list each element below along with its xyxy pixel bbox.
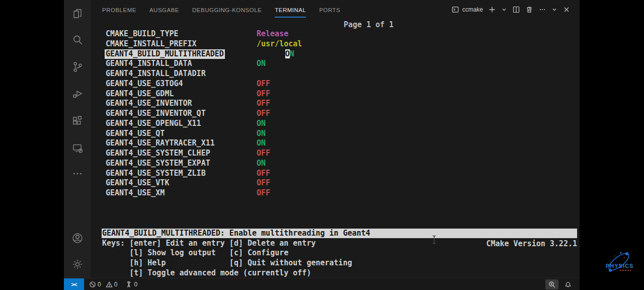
ccmake-page-indicator: Page 1 of 1: [344, 20, 393, 29]
var-value: /usr/local: [257, 39, 302, 48]
ccmake-var-row[interactable]: CMAKE_BUILD_TYPERelease: [106, 29, 302, 39]
new-terminal-icon[interactable]: [488, 6, 496, 14]
terminal-icon: [451, 6, 459, 14]
warnings-icon: [106, 281, 113, 288]
keys-line: Keys: [enter] Edit an entry [d] Delete a…: [102, 239, 352, 249]
panel-chevron-down-icon[interactable]: [551, 7, 557, 13]
tab-ausgabe[interactable]: AUSGABE: [149, 2, 179, 18]
ccmake-var-row[interactable]: GEANT4_USE_G3TOG4OFF: [106, 79, 302, 89]
run-debug-icon[interactable]: [71, 87, 84, 100]
screen: PROBLEME AUSGABE DEBUGGING-KONSOLE TERMI…: [0, 0, 644, 290]
extensions-icon[interactable]: [71, 114, 84, 127]
error-count: 0: [98, 281, 101, 288]
close-panel-icon[interactable]: [562, 6, 571, 14]
var-value: OFF: [257, 89, 270, 98]
bell-icon: [565, 281, 572, 288]
notifications-button[interactable]: [561, 279, 575, 289]
var-value: N: [290, 49, 294, 58]
ccmake-var-row[interactable]: GEANT4_INSTALL_DATADIR: [106, 69, 302, 79]
ccmake-var-row[interactable]: GEANT4_USE_VTKOFF: [106, 178, 302, 188]
ccmake-var-row[interactable]: GEANT4_USE_RAYTRACER_X11ON: [106, 138, 302, 149]
tab-terminal[interactable]: TERMINAL: [275, 2, 306, 18]
status-bar-left: >< 0 0 0: [64, 278, 137, 290]
status-bar-right: [545, 278, 580, 290]
var-value: Release: [257, 29, 288, 38]
vscode-window: PROBLEME AUSGABE DEBUGGING-KONSOLE TERMI…: [64, 0, 580, 290]
ccmake-var-row[interactable]: CMAKE_INSTALL_PREFIX/usr/local: [106, 39, 302, 49]
explorer-icon[interactable]: [71, 7, 84, 20]
var-value: OFF: [257, 149, 270, 158]
status-bar: >< 0 0 0: [64, 278, 580, 290]
keys-line: [h] Help [q] Quit without generating: [102, 258, 352, 268]
ports-icon: [125, 281, 132, 288]
keys-line: [t] Toggle advanced mode (currently off): [102, 268, 352, 278]
account-icon[interactable]: [71, 232, 84, 245]
more-icon[interactable]: [71, 167, 84, 180]
errors-icon: [89, 281, 96, 288]
var-value: ON: [257, 159, 266, 168]
terminal-panel: PROBLEME AUSGABE DEBUGGING-KONSOLE TERMI…: [91, 0, 580, 278]
keys-line: [l] Show log output [c] Configure: [102, 248, 352, 258]
ccmake-var-row[interactable]: GEANT4_USE_GDMLOFF: [106, 89, 302, 99]
tab-ports[interactable]: PORTS: [319, 2, 340, 18]
split-terminal-icon[interactable]: [512, 6, 520, 14]
tab-probleme[interactable]: PROBLEME: [102, 2, 136, 18]
tab-debugging-konsole[interactable]: DEBUGGING-KONSOLE: [192, 2, 262, 18]
letterbox-right: PHYSICS: [580, 0, 644, 290]
ccmake-var-row-selected[interactable]: GEANT4_BUILD_MULTITHREADED ON: [106, 49, 302, 59]
ccmake-help-line: GEANT4_BUILD_MULTITHREADED: Enable multi…: [102, 229, 577, 238]
var-value: OFF: [257, 79, 270, 88]
zoom-icon: [548, 281, 555, 288]
panel-tabs: PROBLEME AUSGABE DEBUGGING-KONSOLE TERMI…: [91, 2, 340, 18]
zoom-button[interactable]: [545, 279, 558, 289]
ccmake-var-row[interactable]: GEANT4_USE_INVENTOROFF: [106, 99, 302, 109]
ccmake-var-row[interactable]: GEANT4_USE_SYSTEM_ZLIBOFF: [106, 169, 302, 179]
remote-explorer-icon[interactable]: [71, 141, 84, 155]
var-value: ON: [257, 129, 266, 138]
physics-watermark: PHYSICS: [601, 250, 637, 279]
var-value: OFF: [257, 188, 270, 197]
watermark-subtext-marks: [620, 270, 631, 271]
remote-indicator[interactable]: ><: [64, 278, 84, 290]
panel-header: PROBLEME AUSGABE DEBUGGING-KONSOLE TERMI…: [91, 0, 580, 19]
ccmake-var-row[interactable]: GEANT4_USE_XMOFF: [106, 188, 302, 198]
ccmake-var-row[interactable]: GEANT4_USE_SYSTEM_CLHEPOFF: [106, 149, 302, 159]
var-value: OFF: [257, 99, 270, 108]
source-control-icon[interactable]: [71, 60, 84, 74]
ibeam-cursor-icon: [432, 235, 437, 244]
forwarded-ports-count: 0: [134, 281, 137, 288]
var-value: ON: [257, 119, 266, 128]
ccmake-variable-list: CMAKE_BUILD_TYPERelease CMAKE_INSTALL_PR…: [106, 29, 302, 198]
remote-icon: ><: [71, 281, 77, 287]
var-value: OFF: [257, 169, 270, 178]
var-value: OFF: [257, 109, 270, 118]
launch-profile-chevron-icon[interactable]: [501, 7, 507, 13]
cmake-version-label: CMake Version 3.22.1: [486, 239, 577, 248]
ccmake-var-row[interactable]: GEANT4_USE_SYSTEM_EXPATON: [106, 159, 302, 169]
panel-actions: ccmake: [451, 6, 580, 14]
ccmake-cursor: O: [285, 49, 290, 58]
activity-bar: [64, 0, 91, 278]
watermark-text: PHYSICS: [606, 263, 633, 269]
terminal-session-selector[interactable]: ccmake: [451, 6, 483, 14]
warning-count: 0: [114, 281, 118, 288]
var-value: ON: [257, 59, 266, 68]
ports-indicator[interactable]: 0: [125, 281, 137, 288]
ccmake-var-row[interactable]: GEANT4_USE_OPENGL_X11ON: [106, 119, 302, 129]
ccmake-var-row[interactable]: GEANT4_USE_QTON: [106, 129, 302, 139]
terminal-session-label: ccmake: [462, 6, 483, 13]
ccmake-var-row[interactable]: GEANT4_USE_INVENTOR_QTOFF: [106, 109, 302, 119]
settings-icon[interactable]: [71, 258, 84, 271]
var-value: ON: [257, 138, 266, 148]
search-icon[interactable]: [71, 33, 84, 46]
ccmake-key-bindings: Keys: [enter] Edit an entry [d] Delete a…: [102, 239, 352, 278]
kill-terminal-icon[interactable]: [525, 6, 533, 14]
terminal-more-icon[interactable]: [538, 6, 546, 14]
problems-indicator[interactable]: 0 0: [89, 281, 117, 288]
var-value: OFF: [257, 178, 270, 187]
ccmake-var-row[interactable]: GEANT4_INSTALL_DATAON: [106, 59, 302, 69]
